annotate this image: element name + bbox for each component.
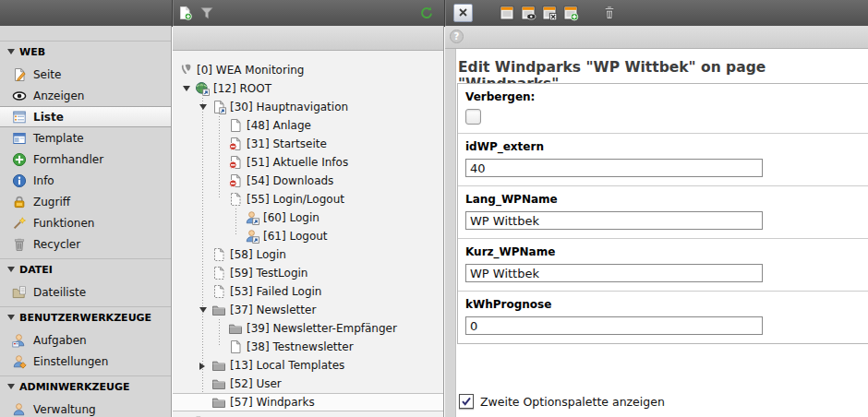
sidebar-item-template[interactable]: Template (0, 127, 171, 149)
new-page-button[interactable] (176, 5, 193, 21)
tree-node-37[interactable]: [37] Newsletter (173, 301, 443, 319)
lang-wpname-input[interactable] (465, 211, 763, 230)
idwp-extern-input[interactable] (465, 159, 763, 177)
tree-node-label: [0] WEA Monitoring (197, 61, 304, 79)
collapse-icon[interactable] (183, 86, 190, 91)
tree-node-0[interactable]: [0] WEA Monitoring (173, 61, 443, 79)
sidebar-section-header-adminwerkzeuge[interactable]: ADMINWERKZEUGE (0, 375, 171, 399)
folder-icon (211, 358, 226, 373)
sidebar-item-info[interactable]: Info (0, 170, 171, 191)
tree-node-label: [31] Startseite (247, 135, 327, 153)
collapse-icon[interactable] (199, 104, 207, 110)
sidebar-item-einstellungen[interactable]: Einstellungen (0, 351, 171, 372)
sidebar-item-funktionen[interactable]: Funktionen (0, 212, 171, 233)
tree-node-label: [51] Aktuelle Infos (247, 153, 348, 172)
tree-node-30[interactable]: [30] Hauptnavigation (173, 98, 443, 116)
save-close-button[interactable] (541, 5, 558, 21)
section-label: DATEI (19, 264, 53, 276)
save-new-button[interactable] (562, 5, 579, 21)
tree-node-52[interactable]: [52] User (173, 375, 443, 393)
sidebar-item-verwaltung[interactable]: Verwaltung (0, 399, 171, 417)
close-icon (458, 6, 468, 20)
sidebar-section-header-web[interactable]: WEB (0, 41, 171, 64)
top-toolbar (0, 0, 868, 27)
tree-node-label: [37] Newsletter (230, 301, 316, 319)
tree-node-60[interactable]: [60] Login (173, 208, 443, 227)
kurz-wpname-input[interactable] (465, 264, 763, 282)
sidebar-item-liste[interactable]: Liste (0, 106, 171, 127)
user-page-icon (245, 210, 259, 225)
toolbar-divider (172, 0, 173, 26)
page-hidden-icon (228, 155, 243, 170)
filter-icon (199, 6, 214, 20)
page-tree-panel: [0] WEA Monitoring[12] ROOT[30] Hauptnav… (173, 26, 444, 417)
typo3-backend: WEBSeiteAnzeigenListeTemplateFormhandler… (0, 0, 868, 417)
tree-node-48[interactable]: [48] Anlage (173, 116, 443, 135)
delete-icon (602, 6, 617, 20)
lock-icon (12, 195, 27, 209)
filter-button[interactable] (199, 5, 215, 21)
page-hidden-icon (228, 137, 243, 151)
tree-node-label: [53] Failed Login (230, 282, 321, 301)
save-view-button[interactable] (520, 5, 536, 21)
tree-node-partial[interactable] (173, 411, 443, 417)
tree-node-57[interactable]: [57] Windparks (173, 393, 443, 411)
tree-node-13[interactable]: [13] Local Templates (173, 356, 443, 375)
second-palette-checkbox[interactable] (459, 394, 474, 409)
page-icon (228, 340, 243, 354)
page-dashed-icon (211, 247, 226, 262)
field-label: Verbergen: (465, 90, 866, 103)
chevron-down-icon (7, 384, 15, 389)
second-palette-row: Zweite Optionspalette anzeigen (459, 394, 665, 409)
plus-circle-icon (12, 152, 27, 167)
field-label: Lang_WPName (465, 193, 866, 206)
sidebar-section-benutzerwerkzeuge: BENUTZERWERKZEUGEAufgabenEinstellungen (0, 306, 171, 372)
doc-header-bar: ? (445, 26, 868, 49)
user-admin-icon (12, 402, 27, 417)
sidebar-item-recycler[interactable]: Recycler (0, 233, 171, 255)
tree-node-31[interactable]: [31] Startseite (173, 135, 443, 153)
sidebar-section-header-datei[interactable]: DATEI (0, 258, 171, 281)
user-settings-icon (12, 354, 27, 369)
eye-icon (12, 89, 27, 103)
help-icon[interactable]: ? (450, 30, 464, 43)
record-fieldset: Verbergen:idWP_externLang_WPNameKurz_WPN… (457, 83, 868, 344)
tree-node-54[interactable]: [54] Downloads (173, 172, 443, 190)
tree-node-51[interactable]: [51] Aktuelle Infos (173, 153, 443, 172)
tree-node-59[interactable]: [59] TestLogin (173, 264, 443, 282)
field-kurz-wpname: Kurz_WPName (458, 238, 868, 291)
sidebar-item-anzeigen[interactable]: Anzeigen (0, 85, 171, 106)
collapse-icon[interactable] (199, 307, 207, 313)
field-kwhprognose: kWhPrognose (458, 291, 868, 343)
close-document-button[interactable] (453, 4, 473, 22)
sidebar-item-zugriff[interactable]: Zugriff (0, 191, 171, 212)
verbergen-checkbox[interactable] (465, 109, 481, 125)
tree-node-39[interactable]: [39] Newsletter-Empfänger (173, 319, 443, 338)
sidebar-item-formhandler[interactable]: Formhandler (0, 149, 171, 170)
tree-node-61[interactable]: [61] Logout (173, 227, 443, 245)
sidebar-section-web: WEBSeiteAnzeigenListeTemplateFormhandler… (0, 41, 171, 255)
tree-node-58[interactable]: [58] Login (173, 245, 443, 264)
tree-node-53[interactable]: [53] Failed Login (173, 282, 443, 301)
section-label: WEB (19, 46, 45, 58)
typo3-icon (178, 63, 193, 77)
sidebar-section-header-benutzerwerkzeuge[interactable]: BENUTZERWERKZEUGE (0, 306, 171, 329)
tree-node-38[interactable]: [38] Testnewsletter (173, 338, 443, 356)
tree-node-12[interactable]: [12] ROOT (173, 79, 443, 98)
page-dashed-icon (211, 266, 226, 280)
expand-icon[interactable] (199, 363, 205, 370)
sidebar-item-dateiliste[interactable]: Dateiliste (0, 281, 171, 303)
sidebar-section-datei: DATEIDateiliste (0, 258, 171, 303)
save-button[interactable] (499, 5, 515, 21)
sidebar-item-seite[interactable]: Seite (0, 64, 171, 85)
kwhprognose-input[interactable] (465, 316, 763, 335)
sidebar-item-aufgaben[interactable]: Aufgaben (0, 329, 171, 351)
new-page-icon (177, 6, 192, 20)
delete-record-button[interactable] (601, 5, 618, 21)
page-dashed-icon (211, 284, 226, 299)
sidebar-item-label: Formhandler (33, 153, 103, 166)
refresh-tree-button[interactable] (418, 5, 435, 21)
tree-node-label: [12] ROOT (213, 79, 271, 98)
tree-node-label: [13] Local Templates (230, 356, 344, 375)
tree-node-55[interactable]: [55] Login/Logout (173, 190, 443, 208)
